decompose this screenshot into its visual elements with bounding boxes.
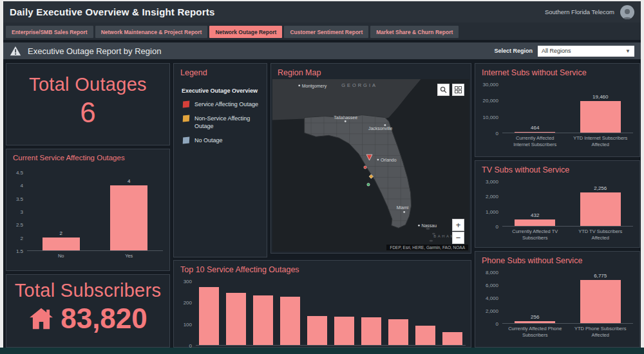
region-select-value: All Regions — [542, 48, 571, 54]
category-label: Currently Affected TV Subscribers — [502, 227, 568, 241]
region-map[interactable]: GEORGIA Montgomery Tallahassee Jacksonvi… — [272, 79, 469, 252]
y-tick-label: 2,000 — [486, 308, 498, 314]
basemap-toggle-button[interactable] — [452, 84, 464, 96]
bar-column: 256 — [502, 272, 568, 323]
tab-network-maintenance-project-report[interactable]: Network Maintenance & Project Report — [95, 26, 208, 38]
city-label: Montgomery — [302, 84, 327, 89]
bar-column: 4 — [95, 172, 164, 250]
city-label: Tallahassee — [334, 115, 357, 120]
service-outage-marker[interactable] — [364, 166, 366, 169]
bar[interactable] — [110, 185, 147, 250]
total-subscribers-title: Total Subscribers — [6, 280, 169, 301]
y-tick-label: 6,000 — [486, 283, 498, 288]
bar[interactable] — [515, 321, 555, 323]
bar-column — [412, 281, 439, 345]
internet-subs-chart[interactable]: 010,00020,00030,00046419,460Currently Af… — [479, 80, 633, 148]
zoom-in-button[interactable]: + — [452, 219, 464, 231]
top10-outages-chart[interactable]: 0100200300 — [178, 277, 466, 346]
tv-subs-card: TV Subs without Service 01,0002,0003,000… — [475, 160, 640, 248]
header-right: Southern Florida Telecom — [545, 5, 634, 19]
plot-area: 24 — [27, 172, 163, 251]
city-label: Miami — [397, 205, 409, 210]
bar[interactable] — [226, 293, 246, 345]
bar[interactable] — [580, 192, 621, 226]
city-label: Jacksonville — [368, 126, 393, 131]
city-label: Orlando — [381, 158, 397, 162]
bar[interactable] — [388, 319, 408, 345]
city-dot — [403, 211, 405, 213]
bar-column — [304, 281, 331, 345]
legend-subtitle: Executive Outage Overview — [174, 77, 267, 94]
phone-subs-title: Phone Subs without Service — [475, 252, 639, 265]
bar[interactable] — [253, 295, 273, 345]
total-subscribers-value: 83,820 — [61, 303, 147, 335]
bar-value-label: 4 — [128, 178, 130, 184]
tab-market-share-churn-report[interactable]: Market Share & Churn Report — [370, 26, 459, 38]
legend-swatch — [183, 115, 190, 122]
legend-item[interactable]: No Outage — [183, 136, 261, 144]
bar[interactable] — [580, 101, 621, 133]
bar-column — [384, 281, 412, 345]
city-dot — [418, 225, 420, 227]
avatar[interactable] — [620, 5, 634, 19]
tv-subs-title: TV Subs without Service — [475, 161, 639, 174]
internet-subs-card: Internet Subs without Service 010,00020,… — [475, 63, 640, 157]
plot-area: 2566,775 — [502, 272, 633, 324]
tab-network-outage-report[interactable]: Network Outage Report — [209, 26, 282, 38]
top10-title: Top 10 Service Affecting Outages — [174, 261, 471, 274]
total-outages-card: Total Outages 6 — [6, 63, 170, 145]
bar[interactable] — [442, 332, 462, 345]
y-tick-label: 0 — [189, 343, 192, 348]
bar[interactable] — [280, 297, 300, 345]
region-select[interactable]: All Regions ▼ — [538, 46, 634, 57]
bar[interactable] — [199, 287, 219, 345]
legend-item[interactable]: Non-Service Affecting Outage — [183, 115, 261, 130]
bar[interactable] — [361, 317, 381, 345]
category-label: YTD Internet Subscribers Affected — [568, 133, 634, 148]
region-map-card: Region Map — [270, 63, 471, 254]
current-outages-chart[interactable]: 1.522.533.544.524NoYes — [10, 169, 163, 259]
bar[interactable] — [515, 132, 555, 133]
legend-item[interactable]: Service Affecting Outage — [183, 100, 261, 108]
city-label: Nassau — [421, 223, 437, 228]
y-tick-label: 1,000 — [486, 209, 498, 214]
zoom-out-button[interactable]: − — [452, 232, 464, 244]
plot-area: 46419,460 — [502, 84, 633, 133]
y-tick-label: 200 — [184, 300, 192, 306]
category-label: YTD TV Subscribers Affected — [568, 227, 634, 241]
category-label: No — [27, 251, 95, 259]
bar[interactable] — [515, 219, 555, 226]
total-outages-value: 6 — [6, 97, 169, 129]
no-outage-marker[interactable] — [367, 183, 370, 186]
person-icon — [620, 6, 634, 19]
bar[interactable] — [415, 326, 435, 345]
category-label: Currently Affected Phone Subscribers — [502, 324, 568, 339]
y-tick-label: 2 — [21, 235, 23, 241]
legend-card: Legend Executive Outage Overview Service… — [173, 63, 267, 257]
tab-customer-sentiment-report[interactable]: Customer Sentiment Report — [284, 26, 368, 38]
bar[interactable] — [580, 280, 621, 323]
map-search-button[interactable] — [437, 84, 450, 96]
category-axis: Currently Affected Phone SubscribersYTD … — [502, 324, 633, 339]
bar-value-label: 6,775 — [594, 273, 607, 279]
bar[interactable] — [307, 316, 327, 345]
y-tick-label: 10,000 — [483, 114, 498, 120]
bar-value-label: 2 — [60, 230, 62, 236]
bar[interactable] — [43, 238, 80, 250]
bottom-bar — [0, 348, 644, 354]
plot-area — [196, 281, 466, 346]
tv-subs-chart[interactable]: 01,0002,0003,0004322,256Currently Affect… — [479, 178, 633, 241]
page-title: Daily Executive Overview & Insight Repor… — [10, 6, 215, 17]
y-tick-label: 30,000 — [483, 82, 498, 88]
total-subscribers-card: Total Subscribers 83,820 — [6, 274, 170, 348]
y-axis: 010,00020,00030,000 — [479, 84, 502, 133]
bar-column — [250, 281, 277, 345]
dashboard-page: Daily Executive Overview & Insight Repor… — [0, 0, 644, 354]
tab-enterprise-smb-sales-report[interactable]: Enterprise/SMB Sales Report — [6, 26, 93, 38]
top10-outages-card: Top 10 Service Affecting Outages 0100200… — [173, 260, 471, 348]
phone-subs-chart[interactable]: 02,0004,0006,0008,0002566,775Currently A… — [479, 268, 633, 339]
legend-items: Service Affecting OutageNon-Service Affe… — [174, 94, 267, 145]
bar-value-label: 2,256 — [594, 185, 607, 191]
y-axis: 0100200300 — [178, 281, 196, 346]
bar[interactable] — [334, 317, 354, 345]
